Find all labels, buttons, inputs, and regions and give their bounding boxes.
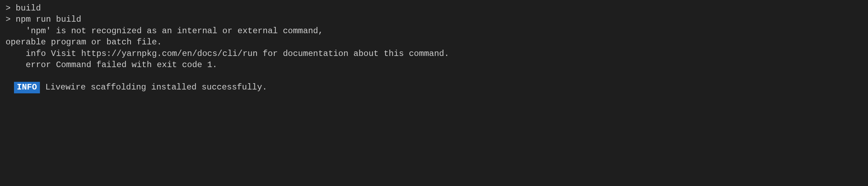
blank-line	[0, 71, 868, 82]
terminal-line: error Command failed with exit code 1.	[0, 59, 868, 71]
terminal-line: 'npm' is not recognized as an internal o…	[0, 26, 868, 37]
terminal-output: > build > npm run build 'npm' is not rec…	[0, 3, 868, 186]
terminal-line: operable program or batch file.	[0, 37, 868, 48]
info-line: INFO Livewire scaffolding installed succ…	[0, 82, 868, 93]
terminal-line: > npm run build	[0, 14, 868, 25]
terminal-line: info Visit https://yarnpkg.com/en/docs/c…	[0, 48, 868, 59]
terminal-line: > build	[0, 3, 868, 14]
info-message: Livewire scaffolding installed successfu…	[46, 82, 267, 93]
info-badge: INFO	[14, 82, 40, 93]
